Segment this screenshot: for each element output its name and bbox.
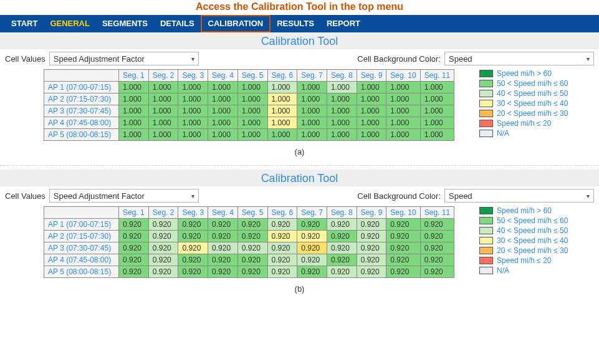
- tab-general[interactable]: GENERAL: [44, 15, 96, 32]
- grid-cell[interactable]: 0.920: [327, 242, 357, 254]
- tab-segments[interactable]: SEGMENTS: [96, 15, 154, 32]
- grid-cell[interactable]: 1.000: [327, 117, 357, 129]
- grid-cell[interactable]: 0.920: [327, 254, 357, 266]
- grid-cell[interactable]: 1.000: [357, 117, 386, 129]
- grid-cell[interactable]: 0.920: [267, 242, 297, 254]
- grid-cell[interactable]: 0.920: [237, 242, 267, 254]
- grid-cell[interactable]: 0.920: [357, 254, 386, 266]
- grid-cell[interactable]: 0.920: [386, 266, 420, 278]
- grid-cell[interactable]: 0.920: [420, 242, 454, 254]
- grid-cell[interactable]: 1.000: [178, 93, 208, 105]
- grid-cell[interactable]: 0.920: [208, 242, 238, 254]
- grid-cell[interactable]: 1.000: [386, 129, 420, 141]
- grid-cell[interactable]: 1.000: [357, 82, 386, 93]
- grid-cell[interactable]: 0.920: [297, 266, 327, 278]
- grid-cell[interactable]: 0.920: [327, 219, 357, 231]
- grid-cell[interactable]: 1.000: [237, 82, 267, 93]
- grid-cell[interactable]: 0.920: [178, 219, 208, 231]
- grid-cell[interactable]: 1.000: [327, 105, 357, 117]
- grid-cell[interactable]: 0.920: [267, 231, 297, 242]
- grid-cell[interactable]: 1.000: [267, 117, 297, 129]
- grid-cell[interactable]: 1.000: [267, 82, 297, 93]
- grid-cell[interactable]: 0.920: [148, 219, 178, 231]
- grid-cell[interactable]: 1.000: [420, 105, 454, 117]
- grid-cell[interactable]: 1.000: [208, 129, 238, 141]
- grid-cell[interactable]: 0.920: [119, 266, 149, 278]
- grid-cell[interactable]: 1.000: [148, 82, 178, 93]
- bg-color-combo[interactable]: Speed ▾: [444, 52, 594, 65]
- grid-cell[interactable]: 1.000: [267, 129, 297, 141]
- grid-cell[interactable]: 1.000: [237, 93, 267, 105]
- grid-cell[interactable]: 0.920: [297, 254, 327, 266]
- grid-cell[interactable]: 0.920: [178, 266, 208, 278]
- bg-color-combo[interactable]: Speed ▾: [444, 189, 594, 203]
- grid-cell[interactable]: 0.920: [148, 254, 178, 266]
- grid-cell[interactable]: 0.920: [297, 231, 327, 242]
- grid-cell[interactable]: 0.920: [357, 242, 386, 254]
- grid-cell[interactable]: 0.920: [386, 231, 420, 242]
- grid-cell[interactable]: 1.000: [420, 117, 454, 129]
- grid-cell[interactable]: 1.000: [297, 117, 327, 129]
- grid-cell[interactable]: 0.920: [357, 219, 386, 231]
- grid-cell[interactable]: 0.920: [267, 219, 297, 231]
- grid-cell[interactable]: 1.000: [237, 129, 267, 141]
- grid-cell[interactable]: 1.000: [297, 105, 327, 117]
- grid-cell[interactable]: 0.920: [148, 231, 178, 242]
- grid-cell[interactable]: 0.920: [420, 231, 454, 242]
- grid-cell[interactable]: 0.920: [178, 231, 208, 242]
- grid-cell[interactable]: 0.920: [420, 254, 454, 266]
- grid-cell[interactable]: 1.000: [420, 93, 454, 105]
- grid-cell[interactable]: 0.920: [267, 266, 297, 278]
- grid-cell[interactable]: 1.000: [178, 82, 208, 93]
- grid-cell[interactable]: 0.920: [208, 219, 238, 231]
- grid-cell[interactable]: 0.920: [297, 219, 327, 231]
- grid-cell[interactable]: 1.000: [178, 129, 208, 141]
- grid-cell[interactable]: 1.000: [119, 129, 149, 141]
- tab-results[interactable]: RESULTS: [271, 15, 320, 32]
- grid-cell[interactable]: 1.000: [357, 93, 386, 105]
- grid-cell[interactable]: 1.000: [237, 105, 267, 117]
- grid-cell[interactable]: 1.000: [327, 82, 357, 93]
- grid-cell[interactable]: 1.000: [297, 129, 327, 141]
- grid-cell[interactable]: 0.920: [119, 242, 149, 254]
- grid-cell[interactable]: 0.920: [148, 242, 178, 254]
- grid-cell[interactable]: 0.920: [237, 219, 267, 231]
- grid-cell[interactable]: 1.000: [119, 93, 149, 105]
- grid-cell[interactable]: 1.000: [178, 105, 208, 117]
- grid-cell[interactable]: 0.920: [208, 231, 238, 242]
- grid-cell[interactable]: 0.920: [119, 254, 149, 266]
- grid-cell[interactable]: 1.000: [386, 105, 420, 117]
- grid-cell[interactable]: 0.920: [119, 219, 149, 231]
- grid-cell[interactable]: 0.920: [420, 266, 454, 278]
- grid-cell[interactable]: 1.000: [420, 82, 454, 93]
- grid-cell[interactable]: 1.000: [148, 129, 178, 141]
- grid-cell[interactable]: 0.920: [386, 254, 420, 266]
- tab-calibration[interactable]: CALIBRATION: [201, 15, 271, 32]
- grid-cell[interactable]: 0.920: [327, 231, 357, 242]
- grid-cell[interactable]: 1.000: [297, 82, 327, 93]
- grid-cell[interactable]: 1.000: [208, 82, 238, 93]
- grid-cell[interactable]: 0.920: [237, 254, 267, 266]
- grid-cell[interactable]: 0.920: [357, 266, 386, 278]
- grid-cell[interactable]: 0.920: [208, 254, 238, 266]
- grid-cell[interactable]: 0.920: [178, 254, 208, 266]
- grid-cell[interactable]: 1.000: [357, 105, 386, 117]
- grid-cell[interactable]: 1.000: [178, 117, 208, 129]
- grid-cell[interactable]: 0.920: [237, 231, 267, 242]
- grid-cell[interactable]: 1.000: [386, 117, 420, 129]
- grid-cell[interactable]: 1.000: [119, 82, 149, 93]
- cell-values-combo[interactable]: Speed Adjustment Factor ▾: [49, 52, 199, 65]
- tab-details[interactable]: DETAILS: [154, 15, 201, 32]
- grid-cell[interactable]: 0.920: [297, 242, 327, 254]
- grid-cell[interactable]: 0.920: [327, 266, 357, 278]
- grid-cell[interactable]: 0.920: [178, 242, 208, 254]
- grid-cell[interactable]: 1.000: [327, 93, 357, 105]
- grid-cell[interactable]: 1.000: [297, 93, 327, 105]
- grid-cell[interactable]: 1.000: [208, 93, 238, 105]
- tab-start[interactable]: START: [5, 15, 44, 32]
- grid-cell[interactable]: 1.000: [148, 105, 178, 117]
- grid-cell[interactable]: 1.000: [148, 117, 178, 129]
- grid-cell[interactable]: 1.000: [357, 129, 386, 141]
- grid-cell[interactable]: 1.000: [119, 105, 149, 117]
- grid-cell[interactable]: 1.000: [420, 129, 454, 141]
